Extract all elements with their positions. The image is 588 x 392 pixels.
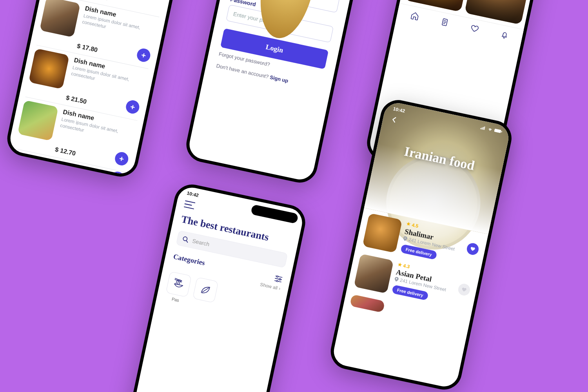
restaurant-thumb [362,213,402,253]
favorite-button[interactable] [466,242,480,256]
category-item[interactable] [191,277,218,310]
svg-rect-9 [480,128,481,129]
heart-icon[interactable] [470,24,480,34]
filter-icon[interactable] [274,275,283,283]
svg-rect-11 [483,127,484,130]
dish-thumb [18,100,58,141]
category-item[interactable]: Pas [164,271,192,304]
noodles-icon [166,271,192,297]
leaf-icon [192,277,218,303]
back-icon[interactable] [389,115,399,124]
svg-rect-10 [481,127,483,129]
home-icon[interactable] [410,11,420,21]
hamburger-icon[interactable] [184,200,196,209]
signal-icon [480,125,486,131]
dish-thumb [40,0,80,38]
svg-point-6 [279,278,281,280]
dish-thumb [29,48,69,89]
dish-name: Dish name [51,160,84,173]
add-button[interactable]: + [110,171,125,180]
wifi-icon [487,127,494,132]
dish-list: Dish name Lorem ipsum dolor sit amet, co… [5,0,176,180]
restaurant-thumb [350,294,385,313]
svg-point-7 [276,280,278,282]
phone-login: Hello again! Email Enter your email Pass… [183,0,370,186]
search-icon [182,236,189,243]
restaurant-thumb [354,254,394,294]
svg-point-5 [276,275,278,277]
search-placeholder: Search [192,238,210,247]
pin-icon [403,236,408,241]
status-time: 10:42 [393,106,406,114]
phone-home: 10:42 The best restaurants Search Catego… [121,181,309,392]
pin-icon [394,277,399,282]
bell-icon[interactable] [499,30,510,40]
svg-point-4 [183,236,187,241]
dish-thumb [11,152,47,171]
battery-icon [494,128,503,134]
show-all-link[interactable]: Show all › [260,282,281,292]
phone-cuisine: 10:42 Iranian food ★ 4.5 Shalimar 241 Lo… [327,97,515,392]
svg-rect-13 [494,129,501,133]
svg-rect-14 [501,131,502,132]
signup-link[interactable]: Sign up [269,74,289,84]
phone-menu: Menu Starters Appetizers Main Course De … [4,0,191,180]
svg-rect-12 [484,127,485,130]
orders-icon[interactable] [440,17,450,27]
status-time: 10:42 [186,191,199,198]
favorite-button[interactable] [457,283,471,297]
